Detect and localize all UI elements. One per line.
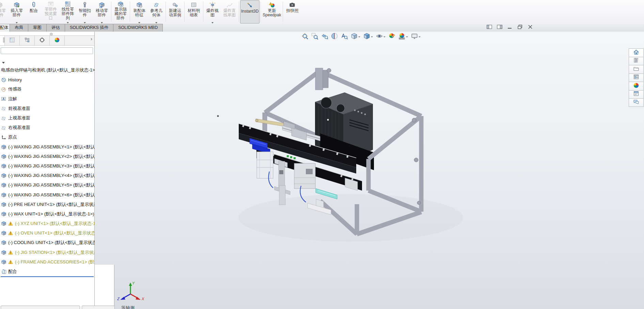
tree-item[interactable]: (-) XYZ UNIT<1> (默认<默认_显示状态-1>) <box>0 219 95 228</box>
solidworks-forum-tab[interactable] <box>629 98 644 107</box>
tree-item[interactable]: (-) FRAME AND ACCESSORIES<1> (默认<默认_显示状态… <box>0 257 95 267</box>
tab-草图[interactable]: 草图 <box>28 24 47 32</box>
snapshot-button[interactable]: 拍快照 <box>284 0 301 24</box>
dropdown-caret-icon[interactable] <box>155 22 157 23</box>
edit-part-button[interactable]: 编辑零部件 <box>0 0 8 24</box>
tree-item[interactable]: 原点 <box>0 132 95 142</box>
tab-solidworks-mbd[interactable]: SOLIDWORKS MBD <box>113 24 163 32</box>
linear-pattern-button[interactable]: 线性零部件阵列 <box>59 0 76 24</box>
zoom-area-button[interactable] <box>311 33 318 41</box>
tree-item[interactable]: History <box>0 75 95 84</box>
dropdown-caret-icon[interactable] <box>419 36 421 37</box>
move-component-button[interactable]: 移动零部件 <box>93 0 110 24</box>
tree-item[interactable]: (-) OVEN UNIT<1> (默认<默认_显示状态-1>) <box>0 228 95 238</box>
show-hidden-button[interactable]: 显示隐藏的零部件 <box>112 0 129 24</box>
panel-tab-configurationmanager[interactable] <box>20 36 35 45</box>
tab-评估[interactable]: 评估 <box>47 24 65 32</box>
previous-view-button[interactable] <box>321 33 328 41</box>
rollback-bar[interactable] <box>1 276 94 277</box>
display-style-button[interactable] <box>363 33 373 41</box>
dropdown-caret-icon[interactable] <box>84 22 86 23</box>
dropdown-caret-icon[interactable] <box>406 36 408 37</box>
dropdown-caret-icon[interactable] <box>101 22 103 23</box>
preview-window-button[interactable]: 零部件预览窗口 <box>42 0 59 24</box>
instant3d-button[interactable]: Instant3D <box>240 0 260 23</box>
custom-properties-tab[interactable] <box>629 90 644 99</box>
assembly-features-button[interactable]: 装配体特征 <box>131 0 148 24</box>
zoom-fit-button[interactable] <box>301 33 308 41</box>
tree-item[interactable]: (-) WAXING JIG ASSEMBLY<2> (默认<默认_显示状态-1… <box>0 152 95 161</box>
tab-布局[interactable]: 布局 <box>10 24 28 32</box>
model-camera-box[interactable] <box>294 163 315 189</box>
speedpak-button[interactable]: 更新Speedpak <box>262 0 282 24</box>
model-stand[interactable] <box>257 152 273 178</box>
apply-scene-button[interactable] <box>398 33 408 41</box>
hide-show-items-button[interactable] <box>376 33 386 41</box>
exploded-view-button[interactable]: 爆炸视图 <box>204 0 221 24</box>
graphics-viewport[interactable]: Y Z X 等轴测 <box>95 32 644 309</box>
tree-item[interactable]: 传感器 <box>0 84 95 94</box>
tree-item[interactable]: (-) WAXING JIG ASSEMBLY<5> (默认<默认_显示状态-1… <box>0 180 95 190</box>
tree-root-item[interactable]: 电感自动焊锡与检测机 (默认<默认_显示状态-1>) <box>0 65 95 75</box>
smart-fasteners-button[interactable]: 智能扣件 <box>76 0 93 24</box>
panel-hscrollbar-thumb[interactable] <box>1 306 80 309</box>
tree-root-caret[interactable] <box>2 62 5 64</box>
tree-item[interactable]: (-) WAX UNIT<1> (默认<默认_显示状态-1>) <box>0 209 95 219</box>
model-shadow <box>238 194 463 242</box>
reference-geometry-button[interactable]: 参考几何体 <box>148 0 165 24</box>
tree-item[interactable]: (-) JIG STATION<1> (默认<默认_显示状态-1>) <box>0 248 95 257</box>
tree-item[interactable]: 注解 <box>0 94 95 104</box>
tree-item[interactable]: (-) WAXING JIG ASSEMBLY<6> (默认<默认_显示状态-1… <box>0 190 95 199</box>
design-library-tab[interactable] <box>629 57 644 65</box>
explode-sketch-button[interactable]: 爆炸直线草图 <box>221 0 238 24</box>
panel-tab-displaymanager[interactable] <box>50 36 65 45</box>
tree-item[interactable]: (-) COOLING UNIT<1> (默认<默认_显示状态-1>) <box>0 238 95 247</box>
tab-solidworks-插件[interactable]: SOLIDWORKS 插件 <box>65 24 113 32</box>
panel-tab-dimxpertmanager[interactable] <box>35 36 50 45</box>
tree-item[interactable]: 前视基准面 <box>0 104 95 113</box>
tree-item[interactable]: (-) WAXING JIG ASSEMBLY<3> (默认<默认_显示状态-1… <box>0 161 95 171</box>
dropdown-caret-icon[interactable] <box>211 22 214 23</box>
view-orientation-button[interactable] <box>351 33 360 41</box>
view-settings-button[interactable] <box>411 33 421 41</box>
file-explorer-tab[interactable] <box>629 65 644 74</box>
dropdown-caret-icon[interactable] <box>383 36 386 37</box>
appearances-scenes-tab[interactable] <box>629 82 644 90</box>
component-icon <box>1 211 6 217</box>
tree-filter-input[interactable] <box>1 47 93 54</box>
maximize-restore-button[interactable] <box>517 25 523 30</box>
tree-item[interactable]: 配合 <box>0 267 95 276</box>
motion-study-button[interactable]: 新建运动算例 <box>167 0 184 24</box>
tree-item[interactable]: 上视基准面 <box>0 113 95 123</box>
view-palette-tab[interactable] <box>629 74 644 82</box>
featuremanager-partial-icon <box>0 37 5 44</box>
bom-button[interactable]: 材料明细表 <box>185 0 202 24</box>
panel-expand-chevron[interactable]: › <box>91 36 92 42</box>
model-post[interactable] <box>279 185 285 205</box>
model-3d-assembly[interactable] <box>95 32 644 309</box>
pane-left-button[interactable] <box>486 25 492 30</box>
section-view-button[interactable] <box>331 33 338 41</box>
panel-tab-featuremanager-partial[interactable] <box>0 36 5 45</box>
toolbar-button-label: 装配体特征 <box>131 9 147 17</box>
solidworks-resources-tab[interactable] <box>629 48 644 57</box>
tree-item[interactable]: (-) WAXING JIG ASSEMBLY<4> (默认<默认_显示状态-1… <box>0 171 95 180</box>
tab-装配体[interactable]: 装配体 <box>0 24 10 32</box>
insert-part-button[interactable]: 插入零部件 <box>8 0 25 24</box>
edit-appearance-button[interactable] <box>389 33 395 41</box>
tree-item[interactable]: (-) PRE HEAT UNIT<1> (默认<默认_显示状态-1>) <box>0 200 95 209</box>
dropdown-caret-icon[interactable] <box>138 22 140 23</box>
dropdown-caret-icon[interactable] <box>67 22 69 23</box>
mate-button[interactable]: 配合 <box>25 0 42 24</box>
tree-item[interactable]: (-) WAXING JIG ASSEMBLY<1> (默认<默认_显示状态-1… <box>0 142 95 152</box>
minimize-button[interactable] <box>507 25 513 30</box>
dropdown-caret-icon[interactable] <box>16 22 18 23</box>
dropdown-caret-icon[interactable] <box>358 36 360 37</box>
dropdown-caret-icon[interactable] <box>371 36 373 37</box>
panel-tab-featuremanager[interactable] <box>5 36 20 45</box>
annotation-view-button[interactable] <box>341 33 348 41</box>
close-button[interactable] <box>527 25 533 30</box>
tree-item[interactable]: 右视基准面 <box>0 123 95 132</box>
panel-hscrollbar-track[interactable] <box>82 306 115 309</box>
pane-right-button[interactable] <box>497 25 502 30</box>
